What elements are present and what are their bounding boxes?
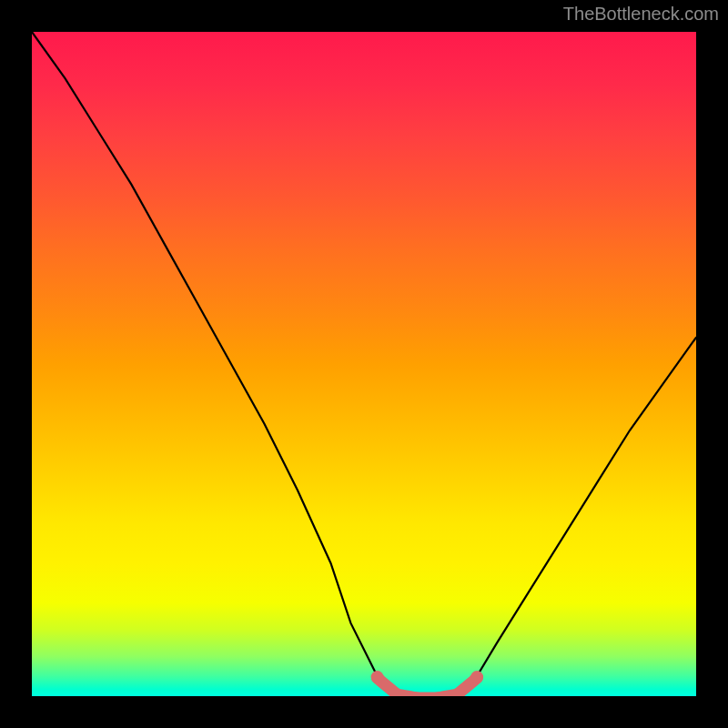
marker-dot-left <box>371 671 384 683</box>
marker-band-path <box>378 678 477 696</box>
bottleneck-curve-path <box>32 32 696 696</box>
chart-frame: TheBottleneck.com <box>0 0 728 728</box>
watermark-text: TheBottleneck.com <box>563 4 719 25</box>
plot-area <box>32 32 696 696</box>
marker-dot-right <box>470 671 483 683</box>
curve-svg <box>32 32 696 696</box>
